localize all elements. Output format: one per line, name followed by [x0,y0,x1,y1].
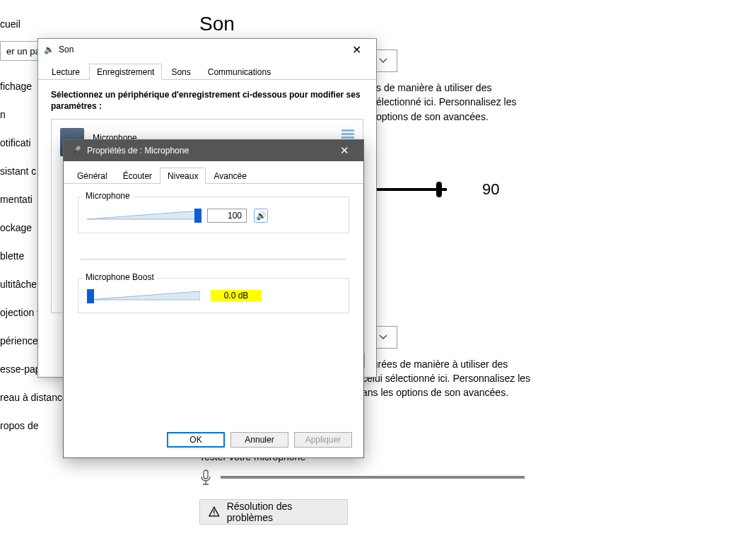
volume-value: 90 [482,180,499,199]
microphone-boost-group: Microphone Boost 0.0 dB [78,278,349,313]
tab-communications[interactable]: Communications [200,64,279,80]
microphone-level-label: Microphone [83,191,133,201]
sidebar-home[interactable]: cueil [0,14,184,34]
tab-sons[interactable]: Sons [163,64,198,80]
mic-titlebar[interactable]: 🎤 Propriétés de : Microphone ✕ [64,140,363,161]
son-dialog-title: Son [59,45,74,54]
tab-avancee[interactable]: Avancée [206,168,254,184]
microphone-boost-value: 0.0 dB [211,290,262,301]
microphone-boost-slider[interactable] [87,290,200,303]
microphone-icon: 🎤 [71,146,81,156]
tab-enregistrement[interactable]: Enregistrement [89,64,162,80]
microphone-level-group: Microphone 100 🔊 [78,197,349,233]
mic-test-row [199,469,736,485]
troubleshoot-label: Résolution des problèmes [227,501,339,523]
input-description: figurées de manière à utiliser des celui… [362,357,680,400]
apply-button[interactable]: Appliquer [294,432,352,448]
son-tabs: Lecture Enregistrement Sons Communicatio… [38,63,376,80]
microphone-boost-label: Microphone Boost [83,272,157,282]
speaker-toggle-icon[interactable]: 🔊 [254,209,268,223]
warning-icon [209,506,220,518]
microphone-boost-thumb[interactable] [87,289,94,303]
svg-marker-3 [87,211,200,219]
ok-button[interactable]: OK [167,432,225,448]
tab-lecture[interactable]: Lecture [44,64,88,80]
tab-niveaux[interactable]: Niveaux [160,168,206,184]
mic-dialog-footer: OK Annuler Appliquer [167,432,352,448]
microphone-level-value[interactable]: 100 [207,209,247,223]
close-icon[interactable]: ✕ [342,43,370,57]
mic-tabs: Général Écouter Niveaux Avancée [64,165,363,184]
volume-thumb[interactable] [436,182,442,197]
output-description: s de manière à utiliser des électionné i… [376,81,694,124]
microphone-level-thumb[interactable] [194,209,201,223]
mic-dialog-title: Propriétés de : Microphone [87,146,189,156]
microphone-icon [199,469,212,485]
group-divider [81,259,346,259]
troubleshoot-button[interactable]: Résolution des problèmes [199,499,348,525]
son-instruction: Sélectionnez un périphérique d'enregistr… [51,90,363,112]
microphone-level-slider[interactable] [87,209,200,222]
tab-general[interactable]: Général [69,168,115,184]
son-titlebar[interactable]: 🔈 Son ✕ [38,39,376,60]
svg-marker-4 [87,291,200,300]
svg-point-2 [214,514,215,515]
tab-ecouter[interactable]: Écouter [115,168,160,184]
volume-row: 90 [341,180,736,199]
mic-level-bar [221,476,525,479]
page-title: Son [199,13,736,35]
cancel-button[interactable]: Annuler [230,432,288,448]
svg-rect-0 [204,470,208,479]
speaker-icon: 🔈 [44,45,54,54]
microphone-properties-dialog: 🎤 Propriétés de : Microphone ✕ Général É… [63,139,364,458]
close-icon[interactable]: ✕ [329,140,359,161]
